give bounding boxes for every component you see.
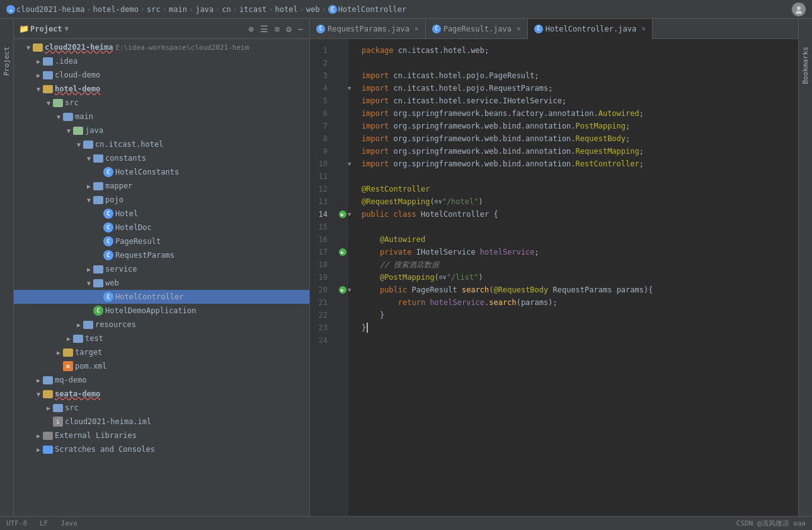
folder-icon-main <box>63 113 73 121</box>
breadcrumb-5[interactable]: java <box>195 5 214 14</box>
tree-item-mq-demo[interactable]: ▶ mq-demo <box>14 373 309 387</box>
tree-item-seata-demo[interactable]: ▼ seata-demo <box>14 387 309 401</box>
tree-item-iml[interactable]: ▶ i cloud2021-heima.iml <box>14 415 309 429</box>
sidebar-tool-settings[interactable]: ⚙ <box>285 23 292 35</box>
sidebar-tool-collapse[interactable]: ≋ <box>273 23 281 35</box>
tree-item-main[interactable]: ▼ main <box>14 110 309 124</box>
tab-close-3[interactable]: × <box>641 25 646 33</box>
fold-13 <box>348 195 355 208</box>
tree-item-external-libs[interactable]: ▶ External Libraries <box>14 429 309 442</box>
profile-icon[interactable] <box>792 3 806 16</box>
breadcrumb-4[interactable]: main <box>169 5 187 14</box>
tree-item-service[interactable]: ▶ service <box>14 262 309 276</box>
tree-item-cloud2021-heima[interactable]: ▼ cloud2021-heima E:\idea-workspace\clou… <box>14 40 309 54</box>
gutter-8 <box>338 132 347 145</box>
code-content[interactable]: package cn.itcast.hotel.web; import cn.i… <box>355 39 798 516</box>
breadcrumb-7[interactable]: itcast <box>239 5 266 14</box>
sidebar-dropdown[interactable]: ▼ <box>65 25 69 33</box>
sidebar-header: 📁 Project ▼ ⊕ ☰ ≋ ⚙ − <box>14 19 309 39</box>
line-num-7: 7 <box>310 120 333 132</box>
breadcrumb-root[interactable]: cloud2021-heima <box>16 5 84 14</box>
code-line-10: import org.springframework.web.bind.anno… <box>355 158 798 170</box>
breadcrumb-9[interactable]: web <box>306 5 320 14</box>
item-label-main: main <box>75 112 93 121</box>
tree-item-test[interactable]: ▶ test <box>14 331 309 345</box>
class-icon-hotelcontroller: C <box>103 292 113 302</box>
tree-item-requestparams[interactable]: ▶ C RequestParams <box>14 248 309 262</box>
tree-item-hotelconstants[interactable]: ▶ C HotelConstants <box>14 165 309 179</box>
code-line-4: import cn.itcast.hotel.pojo.RequestParam… <box>355 82 798 95</box>
tree-item-scratches[interactable]: ▶ Scratches and Consoles <box>14 442 309 456</box>
tree-item-pomxml[interactable]: ▶ m pom.xml <box>14 359 309 373</box>
line-num-12: 12 <box>310 183 333 195</box>
gutter-23 <box>338 321 347 334</box>
fold-import-end[interactable]: ▼ <box>348 158 355 170</box>
item-label-cn-itcast-hotel: cn.itcast.hotel <box>95 140 163 149</box>
sidebar-tool-add[interactable]: ⊕ <box>247 23 254 35</box>
tab-pageresult[interactable]: C PageResult.java × <box>426 19 528 39</box>
gutter-icon-17[interactable]: ▶ <box>339 248 346 256</box>
gutter-21 <box>338 296 347 309</box>
tab-hotelcontroller[interactable]: C HotelController.java × <box>528 19 653 39</box>
line-num-24: 24 <box>310 334 333 347</box>
fold-24 <box>348 334 355 347</box>
item-label-test: test <box>85 334 103 343</box>
tab-close-1[interactable]: × <box>415 25 419 33</box>
tree-item-hoteldoc[interactable]: ▶ C HotelDoc <box>14 221 309 234</box>
editor-gutter: ▶ ▶ ▶ <box>338 39 348 516</box>
gutter-icon-20[interactable]: ▶ <box>339 286 346 294</box>
code-line-19: @PostMapping(⊙∨"/list") <box>355 271 798 284</box>
breadcrumb-3[interactable]: src <box>147 5 161 14</box>
tree-item-target[interactable]: ▶ target <box>14 345 309 359</box>
folder-icon-constants <box>93 154 103 163</box>
breadcrumb-file[interactable]: HotelController <box>338 5 406 14</box>
tree-item-pojo[interactable]: ▼ pojo <box>14 193 309 207</box>
tree-item-src[interactable]: ▼ src <box>14 96 309 110</box>
code-editor[interactable]: 1 2 3 4 5 6 7 8 9 10 11 12 13 14 15 16 1… <box>310 39 798 516</box>
tree-item-hotel[interactable]: ▶ C Hotel <box>14 207 309 221</box>
tree-item-cn-itcast-hotel[interactable]: ▼ cn.itcast.hotel <box>14 137 309 151</box>
tree-item-pageresult[interactable]: ▶ C PageResult <box>14 234 309 248</box>
bookmarks-tab[interactable]: Bookmarks <box>799 44 812 87</box>
sidebar-tool-align[interactable]: ☰ <box>259 23 270 35</box>
folder-icon-cloud-demo <box>43 71 53 79</box>
tab-requestparams[interactable]: C RequestParams.java × <box>310 19 426 39</box>
tree-item-mapper[interactable]: ▶ mapper <box>14 179 309 193</box>
item-label-hotelconstants: HotelConstants <box>115 168 179 176</box>
tab-class-icon-2: C <box>432 25 441 33</box>
breadcrumb-6[interactable]: cn <box>222 5 231 14</box>
gutter-22 <box>338 309 347 321</box>
expand-arrow: ▶ <box>54 349 63 356</box>
breadcrumb-2[interactable]: hotel-demo <box>93 5 139 14</box>
tree-item-idea[interactable]: ▶ .idea <box>14 54 309 68</box>
gutter-7 <box>338 120 347 132</box>
fold-9 <box>348 145 355 158</box>
tree-item-hoteldemoapplication[interactable]: ▶ C HotelDemoApplication <box>14 304 309 318</box>
tree-item-java[interactable]: ▼ java <box>14 124 309 137</box>
item-label-pomxml: pom.xml <box>75 362 107 371</box>
line-num-11: 11 <box>310 170 333 183</box>
expand-arrow: ▼ <box>74 141 83 148</box>
fold-class-start[interactable]: ▼ <box>348 208 355 221</box>
tree-item-web[interactable]: ▼ web <box>14 276 309 290</box>
sidebar-tool-minimize[interactable]: − <box>297 23 304 35</box>
folder-icon-header: 📁 <box>19 24 29 33</box>
fold-import-start[interactable]: ▼ <box>348 82 355 95</box>
fold-method-start[interactable]: ▼ <box>348 284 355 296</box>
tree-item-hotel-demo[interactable]: ▼ hotel-demo <box>14 82 309 96</box>
folder-icon-mapper <box>93 182 103 190</box>
gutter-icon-14[interactable]: ▶ <box>339 210 346 218</box>
class-icon-hoteldoc: C <box>103 222 113 233</box>
tree-item-hotelcontroller[interactable]: ▶ C HotelController <box>14 290 309 304</box>
tree-item-cloud-demo[interactable]: ▶ cloud-demo <box>14 68 309 82</box>
tree-item-seata-src[interactable]: ▶ src <box>14 401 309 415</box>
breadcrumb-8[interactable]: hotel <box>275 5 298 14</box>
expand-arrow: ▼ <box>54 113 63 120</box>
tree-item-constants[interactable]: ▼ constants <box>14 151 309 165</box>
project-tab[interactable]: Project <box>0 44 13 78</box>
tree-item-resources[interactable]: ▶ resources <box>14 318 309 331</box>
gutter-11 <box>338 170 347 183</box>
tab-close-2[interactable]: × <box>517 25 521 33</box>
line-num-17: 17 <box>310 246 333 258</box>
class-icon-hotelconstants: C <box>103 167 113 177</box>
